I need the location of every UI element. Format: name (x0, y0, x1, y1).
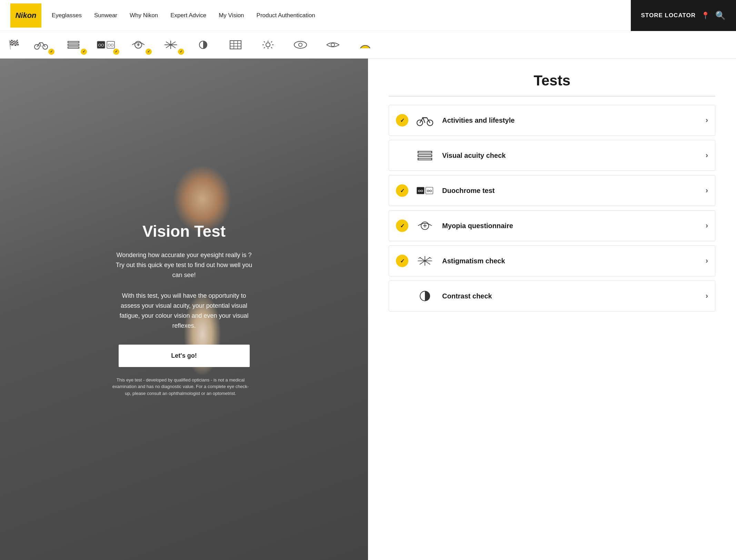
bike-test-icon (415, 113, 435, 127)
nav-my-vision[interactable]: My Vision (219, 12, 244, 19)
check-badge-myopia: ✓ (146, 49, 152, 55)
test-item-visual-acuity[interactable]: Visual acuity check › (389, 140, 715, 171)
check-myopia: ✓ (396, 220, 408, 232)
svg-point-34 (417, 120, 423, 126)
duochrome-test-icon: OO OO (415, 184, 435, 197)
eye-shape-icon (325, 40, 340, 50)
check-astigmatism: ✓ (396, 255, 408, 267)
store-locator-label[interactable]: STORE LOCATOR (641, 12, 696, 19)
lines-test-icon (415, 149, 435, 162)
progress-step-myopia[interactable]: ✓ (123, 33, 154, 57)
left-panel: Vision Test Wondering how accurate your … (0, 59, 368, 560)
svg-point-32 (299, 43, 302, 47)
check-duochrome: ✓ (396, 184, 408, 197)
arrow-astigmatism: › (706, 256, 708, 265)
nav-links: Eyeglasses Sunwear Why Nikon Expert Advi… (52, 12, 620, 19)
logo-text: Nikon (15, 11, 36, 20)
disclaimer-text: This eye test - developed by qualified o… (112, 377, 250, 397)
nav-product-auth[interactable]: Product Authentication (257, 12, 315, 19)
astigmatism-icon (163, 40, 178, 50)
svg-line-27 (264, 41, 265, 42)
progress-step-colorblind[interactable] (285, 33, 316, 57)
nav-why-nikon[interactable]: Why Nikon (130, 12, 158, 19)
svg-text:OO: OO (98, 43, 104, 47)
test-name-activities: Activities and lifestyle (442, 116, 706, 124)
bike-icon (34, 40, 48, 50)
svg-rect-3 (68, 44, 79, 45)
arrow-activities: › (706, 116, 708, 125)
svg-point-31 (294, 41, 307, 48)
progress-bar: 🏁 ✓ ✓ OO OO ✓ (0, 31, 736, 59)
check-activities: ✓ (396, 114, 408, 126)
svg-rect-37 (418, 151, 432, 153)
svg-line-30 (271, 47, 272, 48)
svg-text:OO: OO (427, 189, 432, 193)
grid-icon (229, 40, 242, 50)
tests-divider (389, 96, 715, 96)
lines-icon (67, 40, 80, 50)
check-badge-lines: ✓ (81, 49, 87, 55)
progress-step-duochrome[interactable]: OO OO ✓ (90, 33, 121, 57)
test-item-contrast[interactable]: Contrast check › (389, 281, 715, 312)
brightness-icon (262, 40, 274, 50)
test-item-astigmatism[interactable]: ✓ Astigmatism check › (389, 245, 715, 276)
progress-step-eye-shape[interactable] (317, 33, 348, 57)
pin-icon: 📍 (701, 11, 710, 20)
main-layout: Vision Test Wondering how accurate your … (0, 59, 736, 560)
half-circle-icon (359, 40, 371, 50)
flag-icon: 🏁 (8, 39, 19, 50)
test-item-duochrome[interactable]: ✓ OO OO Duochrome test › (389, 175, 715, 206)
test-name-myopia: Myopia questionnaire (442, 222, 706, 230)
vision-test-title: Vision Test (112, 222, 257, 241)
progress-step-contrast[interactable] (188, 33, 219, 57)
contrast-icon (197, 40, 209, 50)
check-badge-bike: ✓ (48, 49, 54, 55)
vision-test-subtitle2: With this test, you will have the opport… (112, 291, 257, 330)
nav-sunwear[interactable]: Sunwear (94, 12, 117, 19)
nav-eyeglasses[interactable]: Eyeglasses (52, 12, 82, 19)
progress-step-astigmatism[interactable]: ✓ (155, 33, 186, 57)
vision-test-subtitle: Wondering how accurate your eyesight rea… (112, 250, 257, 280)
test-name-contrast: Contrast check (442, 292, 706, 300)
header: Nikon Eyeglasses Sunwear Why Nikon Exper… (0, 0, 736, 31)
svg-line-28 (271, 41, 272, 42)
arrow-visual-acuity: › (706, 151, 708, 160)
svg-rect-39 (418, 158, 432, 160)
contrast-test-icon (415, 289, 435, 303)
colorblind-icon (293, 40, 308, 50)
nav-right: STORE LOCATOR 📍 🔍 (631, 0, 736, 31)
lets-go-button[interactable]: Let's go! (119, 345, 250, 367)
test-name-visual-acuity: Visual acuity check (442, 152, 706, 160)
tests-title: Tests (389, 72, 715, 89)
svg-line-29 (264, 47, 265, 48)
search-icon[interactable]: 🔍 (715, 11, 726, 20)
test-name-duochrome: Duochrome test (442, 187, 706, 195)
arrow-myopia: › (706, 221, 708, 230)
svg-rect-4 (68, 47, 79, 48)
progress-step-brightness[interactable] (252, 33, 284, 57)
progress-step-start[interactable]: 🏁 (3, 33, 24, 57)
nav-expert-advice[interactable]: Expert Advice (170, 12, 206, 19)
test-item-activities[interactable]: ✓ Activities and lifestyle › (389, 105, 715, 136)
right-panel: Tests ✓ Activities and lifestyle › (368, 59, 736, 560)
svg-point-33 (331, 43, 335, 47)
progress-step-lines[interactable]: ✓ (58, 33, 89, 57)
left-content: Vision Test Wondering how accurate your … (112, 222, 257, 397)
svg-text:OO: OO (108, 43, 114, 47)
duochrome-icon: OO OO (97, 40, 115, 50)
progress-step-half-circle[interactable] (350, 33, 381, 57)
svg-point-35 (427, 120, 433, 126)
myopia-test-icon (415, 219, 435, 233)
check-badge-astigmatism: ✓ (178, 49, 184, 55)
progress-step-bike[interactable]: ✓ (26, 33, 57, 57)
astigmatism-test-icon (415, 254, 435, 268)
arrow-duochrome: › (706, 186, 708, 195)
logo[interactable]: Nikon (10, 3, 41, 28)
test-item-myopia[interactable]: ✓ Myopia questionnaire › (389, 210, 715, 241)
svg-text:OO: OO (418, 189, 424, 193)
myopia-icon (131, 40, 146, 50)
test-name-astigmatism: Astigmatism check (442, 257, 706, 265)
svg-rect-2 (68, 41, 79, 43)
progress-step-grid[interactable] (220, 33, 251, 57)
check-badge-duochrome: ✓ (113, 49, 119, 55)
